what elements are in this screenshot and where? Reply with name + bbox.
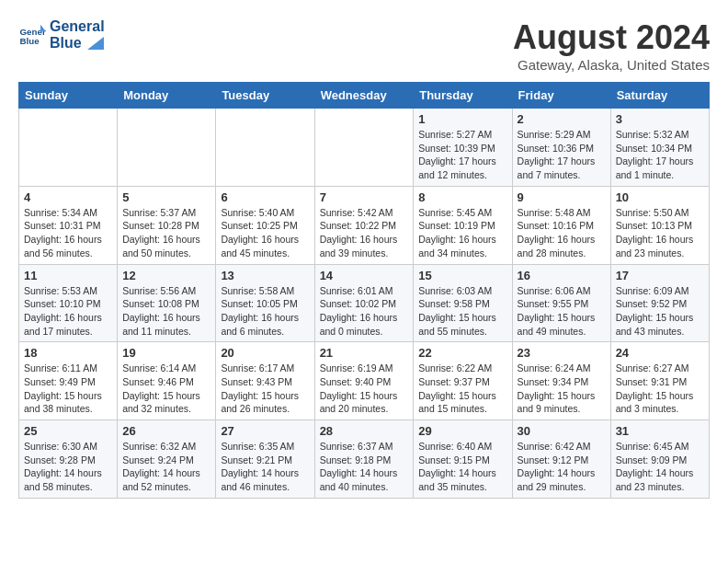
day-number: 16 xyxy=(518,269,606,282)
day-number: 1 xyxy=(418,112,506,126)
svg-text:Blue: Blue xyxy=(20,35,40,45)
day-number: 28 xyxy=(320,424,409,438)
calendar-cell xyxy=(118,109,216,187)
day-info: Sunrise: 5:48 AM Sunset: 10:16 PM Daylig… xyxy=(518,206,606,260)
day-number: 15 xyxy=(418,269,506,282)
calendar-cell: 29Sunrise: 6:40 AM Sunset: 9:15 PM Dayli… xyxy=(414,420,512,499)
day-number: 9 xyxy=(518,190,606,204)
day-info: Sunrise: 5:29 AM Sunset: 10:36 PM Daylig… xyxy=(518,128,606,182)
day-info: Sunrise: 5:42 AM Sunset: 10:22 PM Daylig… xyxy=(320,206,409,260)
calendar-cell: 9Sunrise: 5:48 AM Sunset: 10:16 PM Dayli… xyxy=(512,186,610,264)
location-subtitle: Gateway, Alaska, United States xyxy=(513,57,710,73)
day-number: 11 xyxy=(24,269,112,282)
calendar-cell: 2Sunrise: 5:29 AM Sunset: 10:36 PM Dayli… xyxy=(512,109,610,187)
col-saturday: Saturday xyxy=(610,83,709,109)
day-info: Sunrise: 6:27 AM Sunset: 9:31 PM Dayligh… xyxy=(616,362,704,416)
day-info: Sunrise: 5:50 AM Sunset: 10:13 PM Daylig… xyxy=(616,206,704,260)
logo-general: General xyxy=(50,18,105,35)
calendar-cell: 18Sunrise: 6:11 AM Sunset: 9:49 PM Dayli… xyxy=(19,342,118,420)
day-info: Sunrise: 6:32 AM Sunset: 9:24 PM Dayligh… xyxy=(122,440,210,494)
calendar-cell: 11Sunrise: 5:53 AM Sunset: 10:10 PM Dayl… xyxy=(19,264,118,342)
day-info: Sunrise: 5:32 AM Sunset: 10:34 PM Daylig… xyxy=(616,128,704,182)
day-info: Sunrise: 6:09 AM Sunset: 9:52 PM Dayligh… xyxy=(616,284,704,339)
logo: General Blue General Blue xyxy=(18,18,105,51)
day-info: Sunrise: 6:24 AM Sunset: 9:34 PM Dayligh… xyxy=(518,362,606,416)
col-friday: Friday xyxy=(512,83,610,109)
day-info: Sunrise: 6:19 AM Sunset: 9:40 PM Dayligh… xyxy=(320,362,409,416)
calendar-cell: 30Sunrise: 6:42 AM Sunset: 9:12 PM Dayli… xyxy=(512,420,610,499)
day-number: 20 xyxy=(221,346,309,360)
day-info: Sunrise: 5:34 AM Sunset: 10:31 PM Daylig… xyxy=(24,206,112,260)
day-number: 27 xyxy=(221,424,309,438)
col-sunday: Sunday xyxy=(19,83,118,109)
day-number: 3 xyxy=(616,112,704,126)
calendar-week-1: 1Sunrise: 5:27 AM Sunset: 10:39 PM Dayli… xyxy=(19,109,710,187)
day-info: Sunrise: 6:01 AM Sunset: 10:02 PM Daylig… xyxy=(320,284,409,339)
col-thursday: Thursday xyxy=(414,83,512,109)
title-block: August 2024 Gateway, Alaska, United Stat… xyxy=(513,18,710,73)
day-number: 17 xyxy=(616,269,704,282)
calendar-week-4: 18Sunrise: 6:11 AM Sunset: 9:49 PM Dayli… xyxy=(19,342,710,420)
calendar-cell: 25Sunrise: 6:30 AM Sunset: 9:28 PM Dayli… xyxy=(19,420,118,499)
day-number: 22 xyxy=(418,346,506,360)
day-number: 4 xyxy=(24,190,112,204)
calendar-cell xyxy=(19,109,118,187)
day-number: 8 xyxy=(418,190,506,204)
calendar-cell: 5Sunrise: 5:37 AM Sunset: 10:28 PM Dayli… xyxy=(118,186,216,264)
calendar-cell: 3Sunrise: 5:32 AM Sunset: 10:34 PM Dayli… xyxy=(610,109,709,187)
calendar-table: Sunday Monday Tuesday Wednesday Thursday… xyxy=(18,82,710,499)
calendar-cell: 13Sunrise: 5:58 AM Sunset: 10:05 PM Dayl… xyxy=(216,264,314,342)
logo-icon: General Blue xyxy=(18,21,46,49)
month-year-title: August 2024 xyxy=(513,18,710,57)
day-number: 31 xyxy=(616,424,704,438)
day-number: 19 xyxy=(122,346,210,360)
day-info: Sunrise: 6:45 AM Sunset: 9:09 PM Dayligh… xyxy=(616,440,704,494)
calendar-cell: 26Sunrise: 6:32 AM Sunset: 9:24 PM Dayli… xyxy=(118,420,216,499)
day-info: Sunrise: 6:17 AM Sunset: 9:43 PM Dayligh… xyxy=(221,362,309,416)
calendar-cell: 24Sunrise: 6:27 AM Sunset: 9:31 PM Dayli… xyxy=(610,342,709,420)
calendar-cell: 17Sunrise: 6:09 AM Sunset: 9:52 PM Dayli… xyxy=(610,264,709,342)
day-info: Sunrise: 6:14 AM Sunset: 9:46 PM Dayligh… xyxy=(122,362,210,416)
calendar-cell: 8Sunrise: 5:45 AM Sunset: 10:19 PM Dayli… xyxy=(414,186,512,264)
day-number: 24 xyxy=(616,346,704,360)
day-info: Sunrise: 6:03 AM Sunset: 9:58 PM Dayligh… xyxy=(418,284,506,339)
day-info: Sunrise: 5:56 AM Sunset: 10:08 PM Daylig… xyxy=(122,284,210,339)
day-number: 21 xyxy=(320,346,409,360)
day-number: 5 xyxy=(122,190,210,204)
svg-marker-3 xyxy=(87,37,104,50)
day-info: Sunrise: 5:53 AM Sunset: 10:10 PM Daylig… xyxy=(24,284,112,339)
day-info: Sunrise: 5:45 AM Sunset: 10:19 PM Daylig… xyxy=(418,206,506,260)
calendar-cell: 7Sunrise: 5:42 AM Sunset: 10:22 PM Dayli… xyxy=(314,186,414,264)
calendar-cell: 19Sunrise: 6:14 AM Sunset: 9:46 PM Dayli… xyxy=(118,342,216,420)
day-info: Sunrise: 6:42 AM Sunset: 9:12 PM Dayligh… xyxy=(518,440,606,494)
calendar-cell: 4Sunrise: 5:34 AM Sunset: 10:31 PM Dayli… xyxy=(19,186,118,264)
calendar-cell: 14Sunrise: 6:01 AM Sunset: 10:02 PM Dayl… xyxy=(314,264,414,342)
calendar-week-2: 4Sunrise: 5:34 AM Sunset: 10:31 PM Dayli… xyxy=(19,186,710,264)
calendar-cell: 1Sunrise: 5:27 AM Sunset: 10:39 PM Dayli… xyxy=(414,109,512,187)
day-info: Sunrise: 5:27 AM Sunset: 10:39 PM Daylig… xyxy=(418,128,506,182)
calendar-cell: 16Sunrise: 6:06 AM Sunset: 9:55 PM Dayli… xyxy=(512,264,610,342)
day-number: 25 xyxy=(24,424,112,438)
col-wednesday: Wednesday xyxy=(314,83,414,109)
day-number: 26 xyxy=(122,424,210,438)
calendar-cell: 20Sunrise: 6:17 AM Sunset: 9:43 PM Dayli… xyxy=(216,342,314,420)
day-number: 10 xyxy=(616,190,704,204)
day-number: 29 xyxy=(418,424,506,438)
calendar-cell: 31Sunrise: 6:45 AM Sunset: 9:09 PM Dayli… xyxy=(610,420,709,499)
calendar-header-row: Sunday Monday Tuesday Wednesday Thursday… xyxy=(19,83,710,109)
day-number: 30 xyxy=(518,424,606,438)
calendar-cell xyxy=(216,109,314,187)
col-monday: Monday xyxy=(118,83,216,109)
logo-blue: Blue xyxy=(50,35,105,52)
calendar-cell: 10Sunrise: 5:50 AM Sunset: 10:13 PM Dayl… xyxy=(610,186,709,264)
col-tuesday: Tuesday xyxy=(216,83,314,109)
calendar-cell: 15Sunrise: 6:03 AM Sunset: 9:58 PM Dayli… xyxy=(414,264,512,342)
calendar-cell: 22Sunrise: 6:22 AM Sunset: 9:37 PM Dayli… xyxy=(414,342,512,420)
calendar-cell: 12Sunrise: 5:56 AM Sunset: 10:08 PM Dayl… xyxy=(118,264,216,342)
calendar-cell: 28Sunrise: 6:37 AM Sunset: 9:18 PM Dayli… xyxy=(314,420,414,499)
day-number: 23 xyxy=(518,346,606,360)
day-number: 13 xyxy=(221,269,309,282)
day-info: Sunrise: 5:58 AM Sunset: 10:05 PM Daylig… xyxy=(221,284,309,339)
day-info: Sunrise: 6:37 AM Sunset: 9:18 PM Dayligh… xyxy=(320,440,409,494)
calendar-cell: 27Sunrise: 6:35 AM Sunset: 9:21 PM Dayli… xyxy=(216,420,314,499)
